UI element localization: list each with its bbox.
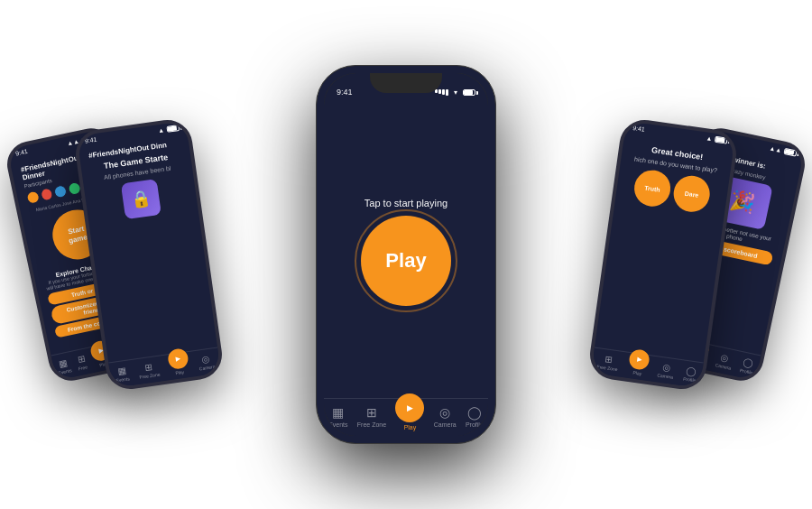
time-far-left: 9:41 (14, 148, 28, 159)
camera-icon-fr: ◎ (720, 352, 730, 364)
battery-center (463, 89, 475, 96)
center-top-area: 9:41 ▾ (324, 73, 488, 106)
camera-icon-nl: ◎ (201, 353, 210, 364)
battery-fr (783, 148, 797, 157)
lock-illustration: 🔒 (121, 179, 161, 219)
nav-camera-nr[interactable]: ◎ Camera (657, 361, 675, 379)
nav-play-nr[interactable]: ▶ Play (627, 356, 650, 377)
camera-icon-nr: ◎ (662, 362, 671, 373)
nav-play-center[interactable]: ▶ Play (395, 403, 424, 430)
nav-free-far-left[interactable]: ⊞ Free (76, 353, 88, 371)
center-notch (370, 73, 442, 93)
wifi-center: ▾ (454, 88, 457, 97)
nav-camera-fr[interactable]: ◎ Camera (715, 351, 734, 370)
nav-events-near-left[interactable]: ▦ Events (114, 365, 130, 383)
dare-button[interactable]: Dare (671, 173, 712, 214)
phone-center-inner: 9:41 ▾ Tap to start playi (324, 73, 488, 436)
phone-center: 9:41 ▾ Tap to start playi (316, 65, 496, 444)
profile-icon-nr: ◯ (685, 365, 696, 375)
nav-freezone-center[interactable]: ⊞ Free Zone (357, 405, 386, 428)
camera-icon-center: ◎ (439, 405, 450, 420)
avatar-1 (25, 190, 40, 205)
nav-camera-near-left[interactable]: ◎ Camera (198, 353, 216, 371)
events-icon-center: ▦ (332, 405, 344, 420)
nav-profile-nr[interactable]: ◯ Profile (683, 365, 698, 383)
tap-to-play-text: Tap to start playing (364, 198, 448, 208)
events-icon: ▦ (58, 356, 68, 368)
freezone-icon-nr: ⊞ (604, 354, 613, 365)
nav-free-near-left[interactable]: ⊞ Free Zone (137, 360, 160, 379)
free-icon-nl: ⊞ (144, 361, 152, 372)
screen-near-left: #FriendsNightOut Dinn The Game Starte Al… (78, 133, 217, 363)
time-near-right: 9:41 (632, 125, 645, 133)
nav-events-center[interactable]: ▦ Events (328, 405, 347, 428)
nav-profile-center[interactable]: ◯ Profile (466, 405, 484, 428)
play-button-container: Play (361, 216, 451, 306)
nav-freezone-nr[interactable]: ⊞ Free Zone (596, 353, 619, 372)
free-icon: ⊞ (77, 353, 86, 364)
battery-near-left (166, 125, 180, 133)
time-near-left: 9:41 (84, 136, 97, 144)
play-nav-center: ▶ (395, 393, 424, 422)
events-icon-nl: ▦ (116, 365, 125, 375)
app-scene: 9:41 ▲▲ ▾ #FriendsNightOut Dinner Partic… (0, 0, 812, 509)
profile-icon-fr: ◯ (743, 356, 754, 368)
truth-button[interactable]: Truth (632, 168, 673, 208)
play-nav-nl: ▶ (167, 347, 189, 370)
nav-play-near-left[interactable]: ▶ Play (168, 355, 190, 376)
avatar-3 (53, 184, 68, 199)
freezone-icon-center: ⊞ (366, 405, 377, 420)
nav-camera-center[interactable]: ◎ Camera (434, 405, 457, 428)
center-time: 9:41 (337, 88, 353, 97)
profile-icon-center: ◯ (467, 405, 482, 420)
nav-profile-fr[interactable]: ◯ Profile (740, 356, 756, 375)
avatar-2 (40, 187, 54, 202)
nav-events-far-left[interactable]: ▦ Events (55, 356, 72, 375)
center-bottom-nav: ▦ Events ⊞ Free Zone ▶ Play ◎ Camera ◯ (324, 398, 488, 436)
play-button[interactable]: Play (361, 216, 451, 306)
center-content: Tap to start playing Play (324, 106, 488, 398)
battery-nr (715, 136, 728, 144)
